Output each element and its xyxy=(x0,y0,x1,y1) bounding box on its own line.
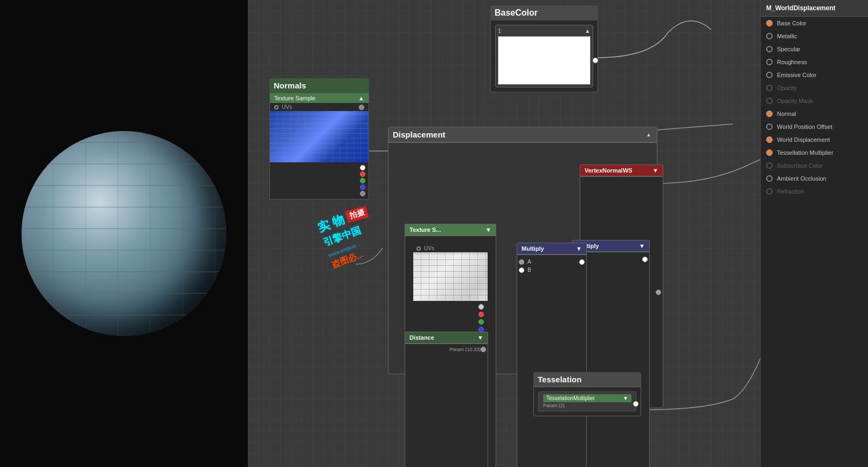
out-conn-green[interactable] xyxy=(360,178,365,183)
multiply2-title: Multiply xyxy=(522,245,544,252)
distance-subtitle: Param (10.33) xyxy=(449,347,481,467)
basecolor-body: 1 ▲ xyxy=(490,20,598,92)
multiply2-header: Multiply ▼ xyxy=(517,243,587,255)
right-panel: M_WorldDisplacement Base Color Metallic … xyxy=(760,0,868,467)
m2-out[interactable] xyxy=(579,259,585,265)
texture-disp-expand[interactable]: ▼ xyxy=(485,226,491,233)
rp-label-ao: Ambient Occlusion xyxy=(777,175,827,182)
tessellation-inner: TesselationMultiplier ▼ Param (2) xyxy=(538,392,636,411)
disp-out-green[interactable] xyxy=(478,319,484,325)
texture-disp-uv-in[interactable] xyxy=(416,246,421,251)
tess-inner-sub: Param (2) xyxy=(543,402,631,409)
multiply-expand[interactable]: ▼ xyxy=(639,243,645,249)
basecolor-preview xyxy=(498,36,591,85)
rp-dot-world-disp xyxy=(766,136,773,143)
disp-out-red[interactable] xyxy=(478,312,484,317)
node-basecolor[interactable]: BaseColor 1 ▲ xyxy=(490,5,598,92)
basecolor-expand-icon[interactable]: ▲ xyxy=(585,28,591,34)
rp-label-subsurface: Subsurface Color xyxy=(777,162,823,169)
wm-steal: 盗图必... xyxy=(330,250,364,270)
rp-dot-specular xyxy=(766,46,773,52)
normals-title: Normals xyxy=(274,81,306,90)
node-distance[interactable]: Distance ▼ Param (10.33) xyxy=(405,332,488,467)
rp-label-refraction: Refraction xyxy=(777,188,804,195)
rp-label-roughness: Roughness xyxy=(777,59,807,65)
node-multiply2[interactable]: Multiply ▼ A B xyxy=(517,243,587,467)
disp-texture-lines xyxy=(413,252,488,301)
rp-item-world-pos[interactable]: World Position Offset xyxy=(761,120,868,133)
normals-body: Texture Sample ▲ UVs xyxy=(269,93,369,200)
wm-badge1: 拍摄 xyxy=(345,206,369,223)
preview-area xyxy=(0,0,248,467)
uvs-output[interactable] xyxy=(359,105,364,110)
disp-texture-preview xyxy=(413,252,488,301)
basecolor-header: BaseColor xyxy=(490,5,598,20)
rp-dot-opacity xyxy=(766,85,773,91)
rp-item-world-disp[interactable]: World Displacement xyxy=(761,133,868,146)
tessellation-body: TesselationMultiplier ▼ Param (2) xyxy=(533,387,641,416)
normals-header: Normals xyxy=(269,78,369,93)
m2-in-a[interactable] xyxy=(519,259,524,265)
normals-texture-lines xyxy=(270,111,369,162)
rp-item-subsurface[interactable]: Subsurface Color xyxy=(761,159,868,172)
uvs-label: UVs xyxy=(282,104,356,110)
rp-dot-metallic xyxy=(766,33,773,39)
rp-item-metallic[interactable]: Metallic xyxy=(761,30,868,43)
node-normals[interactable]: Normals Texture Sample ▲ UVs xyxy=(269,78,369,200)
tess-expand[interactable]: ▼ xyxy=(623,395,628,401)
rp-item-tessellation[interactable]: Tessellation Multiplier xyxy=(761,146,868,159)
vertex-header: VertexNormalWS ▼ xyxy=(580,164,663,176)
rp-label-opacity-mask: Opacity Mask xyxy=(777,98,813,104)
rp-label-emissive: Emissive Color xyxy=(777,72,816,78)
displacement-expand[interactable]: ▲ xyxy=(646,132,651,138)
wm-url: www.engine... xyxy=(328,241,361,258)
node-displacement[interactable]: Displacement ▲ VertexNormalWS ▼ Input Da… xyxy=(388,127,657,374)
m2-b-label: B xyxy=(527,267,582,273)
rp-item-normal[interactable]: Normal xyxy=(761,107,868,120)
tess-inner-header: TesselationMultiplier ▼ xyxy=(543,394,631,402)
basecolor-output-connector[interactable] xyxy=(593,58,598,63)
rp-item-opacity[interactable]: Opacity xyxy=(761,81,868,94)
texture-sample-header: Texture Sample ▲ xyxy=(270,93,369,103)
rp-item-specular[interactable]: Specular xyxy=(761,43,868,56)
rp-item-roughness[interactable]: Roughness xyxy=(761,56,868,68)
out-conn-red[interactable] xyxy=(360,171,365,177)
normals-texture-preview xyxy=(270,111,369,162)
vertex-title: VertexNormalWS xyxy=(585,167,633,174)
tess-output-conn[interactable] xyxy=(633,401,638,407)
node-tessellation[interactable]: Tesselation TesselationMultiplier ▼ Para… xyxy=(533,372,641,416)
m2-in-b[interactable] xyxy=(519,267,524,273)
sphere-texture-overlay xyxy=(22,131,226,336)
right-panel-header: M_WorldDisplacement xyxy=(761,0,868,17)
rp-dot-refraction xyxy=(766,188,773,195)
watermark: 实 物 拍摄 引擎中国 www.engine... 盗图必... xyxy=(316,203,383,271)
texture-sample-expand[interactable]: ▲ xyxy=(358,95,364,101)
distance-expand[interactable]: ▼ xyxy=(477,334,483,341)
rp-item-opacity-mask[interactable]: Opacity Mask xyxy=(761,94,868,107)
multiply2-expand[interactable]: ▼ xyxy=(576,245,582,252)
out-conn-white[interactable] xyxy=(360,165,365,170)
disp-out-white[interactable] xyxy=(478,304,484,310)
rp-item-basecolor[interactable]: Base Color xyxy=(761,17,868,30)
basecolor-value: 1 xyxy=(498,28,501,34)
multiply2-body: A B xyxy=(517,255,587,467)
vertex-expand[interactable]: ▼ xyxy=(652,167,658,174)
rp-item-emissive[interactable]: Emissive Color xyxy=(761,68,868,81)
rp-item-ao[interactable]: Ambient Occlusion xyxy=(761,172,868,185)
distance-out-conn[interactable] xyxy=(481,347,486,352)
vertex-out-conn[interactable] xyxy=(656,290,661,295)
basecolor-title: BaseColor xyxy=(495,8,538,18)
rp-dot-subsurface xyxy=(766,162,773,169)
rp-dot-opacity-mask xyxy=(766,98,773,104)
rp-label-basecolor: Base Color xyxy=(777,20,806,26)
multiply-out-conn[interactable] xyxy=(642,257,648,262)
rp-label-metallic: Metallic xyxy=(777,33,797,39)
texture-disp-header: Texture S... ▼ xyxy=(405,224,496,236)
hollow-conn[interactable] xyxy=(274,105,279,109)
texture-disp-title: Texture S... xyxy=(409,226,441,233)
out-conn-gray[interactable] xyxy=(360,191,365,196)
rp-dot-normal xyxy=(766,111,773,117)
out-conn-blue[interactable] xyxy=(360,184,365,190)
rp-item-refraction[interactable]: Refraction xyxy=(761,185,868,198)
distance-title: Distance xyxy=(409,334,434,341)
